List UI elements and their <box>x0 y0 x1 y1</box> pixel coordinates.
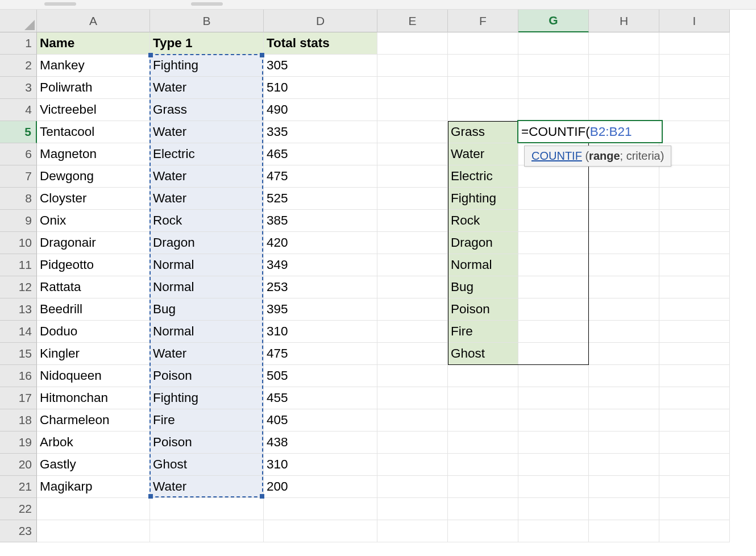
row-header-8[interactable]: 8 <box>0 188 37 210</box>
cell-E15[interactable] <box>377 343 448 365</box>
row-header-19[interactable]: 19 <box>0 431 37 454</box>
column-header-A[interactable]: A <box>37 10 150 32</box>
cell-A23[interactable] <box>37 520 150 542</box>
cell-B16[interactable]: Poison <box>150 365 264 387</box>
cell-A20[interactable]: Gastly <box>37 454 150 476</box>
cell-G13[interactable] <box>518 298 589 321</box>
cell-H11[interactable] <box>589 254 659 276</box>
cell-E14[interactable] <box>377 321 448 343</box>
row-header-16[interactable]: 16 <box>0 365 37 387</box>
cell-B2[interactable]: Fighting <box>150 55 264 77</box>
row-header-4[interactable]: 4 <box>0 99 37 121</box>
cell-F4[interactable] <box>448 99 518 121</box>
cell-E21[interactable] <box>377 476 448 498</box>
row-header-21[interactable]: 21 <box>0 476 37 498</box>
cell-G3[interactable] <box>518 77 589 99</box>
cell-F18[interactable] <box>448 409 518 431</box>
cell-A22[interactable] <box>37 498 150 520</box>
cell-E17[interactable] <box>377 387 448 409</box>
row-header-23[interactable]: 23 <box>0 520 37 542</box>
cell-I19[interactable] <box>659 431 730 454</box>
row-header-13[interactable]: 13 <box>0 298 37 321</box>
cell-grid[interactable]: NameType 1Total statsMankeyFighting305Po… <box>37 32 730 542</box>
cell-A1[interactable]: Name <box>37 32 150 55</box>
cell-A9[interactable]: Onix <box>37 210 150 232</box>
cell-B14[interactable]: Normal <box>150 321 264 343</box>
row-header-15[interactable]: 15 <box>0 343 37 365</box>
cell-G4[interactable] <box>518 99 589 121</box>
cell-H16[interactable] <box>589 365 659 387</box>
cell-D2[interactable]: 305 <box>264 55 377 77</box>
cell-H20[interactable] <box>589 454 659 476</box>
cell-F21[interactable] <box>448 476 518 498</box>
cell-A6[interactable]: Magneton <box>37 143 150 165</box>
cell-G15[interactable] <box>518 343 589 365</box>
cell-A16[interactable]: Nidoqueen <box>37 365 150 387</box>
cell-A11[interactable]: Pidgeotto <box>37 254 150 276</box>
cell-H7[interactable] <box>589 165 659 188</box>
cell-G2[interactable] <box>518 55 589 77</box>
cell-A13[interactable]: Beedrill <box>37 298 150 321</box>
cell-E12[interactable] <box>377 276 448 298</box>
cell-F10[interactable]: Dragon <box>448 232 518 254</box>
cell-G19[interactable] <box>518 431 589 454</box>
column-header-I[interactable]: I <box>659 10 730 32</box>
cell-H12[interactable] <box>589 276 659 298</box>
cell-D18[interactable]: 405 <box>264 409 377 431</box>
cell-I20[interactable] <box>659 454 730 476</box>
cell-I4[interactable] <box>659 99 730 121</box>
cell-E22[interactable] <box>377 498 448 520</box>
cell-B22[interactable] <box>150 498 264 520</box>
cell-A12[interactable]: Rattata <box>37 276 150 298</box>
column-header-D[interactable]: D <box>264 10 377 32</box>
cell-D4[interactable]: 490 <box>264 99 377 121</box>
cell-A19[interactable]: Arbok <box>37 431 150 454</box>
cell-H21[interactable] <box>589 476 659 498</box>
cell-F14[interactable]: Fire <box>448 321 518 343</box>
cell-B4[interactable]: Grass <box>150 99 264 121</box>
cell-I13[interactable] <box>659 298 730 321</box>
cell-B8[interactable]: Water <box>150 188 264 210</box>
cell-A4[interactable]: Victreebel <box>37 99 150 121</box>
cell-E5[interactable] <box>377 121 448 143</box>
cell-G7[interactable] <box>518 165 589 188</box>
cell-E18[interactable] <box>377 409 448 431</box>
cell-I14[interactable] <box>659 321 730 343</box>
cell-D14[interactable]: 310 <box>264 321 377 343</box>
cell-E4[interactable] <box>377 99 448 121</box>
cell-H9[interactable] <box>589 210 659 232</box>
cell-D5[interactable]: 335 <box>264 121 377 143</box>
row-header-7[interactable]: 7 <box>0 165 37 188</box>
cell-I11[interactable] <box>659 254 730 276</box>
cell-H2[interactable] <box>589 55 659 77</box>
cell-F15[interactable]: Ghost <box>448 343 518 365</box>
cell-E6[interactable] <box>377 143 448 165</box>
cell-H19[interactable] <box>589 431 659 454</box>
cell-E1[interactable] <box>377 32 448 55</box>
cell-B21[interactable]: Water <box>150 476 264 498</box>
cell-E11[interactable] <box>377 254 448 276</box>
cell-D13[interactable]: 395 <box>264 298 377 321</box>
cell-E10[interactable] <box>377 232 448 254</box>
cell-H1[interactable] <box>589 32 659 55</box>
row-header-18[interactable]: 18 <box>0 409 37 431</box>
cell-A15[interactable]: Kingler <box>37 343 150 365</box>
cell-G18[interactable] <box>518 409 589 431</box>
row-header-1[interactable]: 1 <box>0 32 37 55</box>
column-header-B[interactable]: B <box>150 10 264 32</box>
cell-F9[interactable]: Rock <box>448 210 518 232</box>
cell-D21[interactable]: 200 <box>264 476 377 498</box>
cell-I7[interactable] <box>659 165 730 188</box>
cell-B5[interactable]: Water <box>150 121 264 143</box>
cell-G20[interactable] <box>518 454 589 476</box>
cell-I17[interactable] <box>659 387 730 409</box>
cell-A3[interactable]: Poliwrath <box>37 77 150 99</box>
cell-F2[interactable] <box>448 55 518 77</box>
cell-A5[interactable]: Tentacool <box>37 121 150 143</box>
row-header-22[interactable]: 22 <box>0 498 37 520</box>
cell-G12[interactable] <box>518 276 589 298</box>
cell-G8[interactable] <box>518 188 589 210</box>
cell-H4[interactable] <box>589 99 659 121</box>
cell-H23[interactable] <box>589 520 659 542</box>
cell-D1[interactable]: Total stats <box>264 32 377 55</box>
